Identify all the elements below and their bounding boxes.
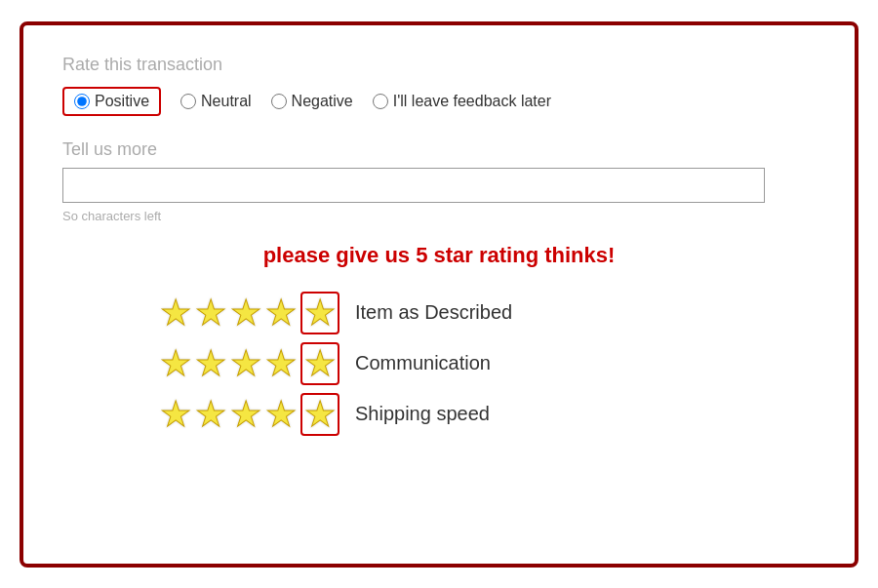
- category-shipping-speed: Shipping speed: [355, 403, 490, 425]
- star-1[interactable]: ★: [160, 295, 191, 331]
- star-5-highlighted[interactable]: ★: [300, 292, 339, 334]
- rating-radio-group: Positive Neutral Negative I'll leave fee…: [62, 87, 816, 116]
- star-4[interactable]: ★: [265, 295, 297, 331]
- radio-positive[interactable]: Positive: [62, 87, 161, 116]
- star-ship-4[interactable]: ★: [265, 397, 297, 432]
- plea-text: please give us 5 star rating thinks!: [62, 243, 816, 268]
- radio-neutral[interactable]: Neutral: [180, 93, 252, 110]
- rate-transaction-label: Rate this transaction: [62, 55, 816, 75]
- rating-row-shipping-speed: ★ ★ ★ ★ ★ Shipping speed: [160, 393, 490, 436]
- star-comm-4[interactable]: ★: [265, 346, 297, 381]
- star-comm-5-highlighted[interactable]: ★: [300, 342, 339, 385]
- star-comm-1[interactable]: ★: [160, 346, 191, 381]
- category-communication: Communication: [355, 352, 491, 374]
- rating-row-communication: ★ ★ ★ ★ ★ Communication: [160, 342, 491, 385]
- star-2[interactable]: ★: [195, 295, 226, 331]
- rating-row-item-as-described: ★ ★ ★ ★ ★ Item as Described: [160, 292, 512, 334]
- star-ship-1[interactable]: ★: [160, 397, 191, 432]
- tell-more-label: Tell us more: [62, 139, 816, 160]
- star-ship-3[interactable]: ★: [230, 397, 261, 432]
- star-comm-2[interactable]: ★: [195, 346, 226, 381]
- star-3[interactable]: ★: [230, 295, 261, 331]
- star-ship-5-highlighted[interactable]: ★: [300, 393, 339, 436]
- tell-more-input[interactable]: [62, 168, 765, 203]
- star-ship-2[interactable]: ★: [195, 397, 226, 432]
- radio-negative[interactable]: Negative: [271, 93, 353, 110]
- stars-communication: ★ ★ ★ ★ ★: [160, 342, 339, 385]
- main-container: Rate this transaction Positive Neutral N…: [20, 21, 858, 568]
- radio-later[interactable]: I'll leave feedback later: [373, 93, 551, 110]
- star-comm-3[interactable]: ★: [230, 346, 261, 381]
- stars-item-as-described: ★ ★ ★ ★ ★: [160, 292, 339, 334]
- stars-shipping-speed: ★ ★ ★ ★ ★: [160, 393, 339, 436]
- chars-left: So characters left: [62, 209, 816, 223]
- category-item-as-described: Item as Described: [355, 301, 512, 324]
- rating-table: ★ ★ ★ ★ ★ Item as Described ★ ★ ★ ★ ★ C: [160, 292, 816, 436]
